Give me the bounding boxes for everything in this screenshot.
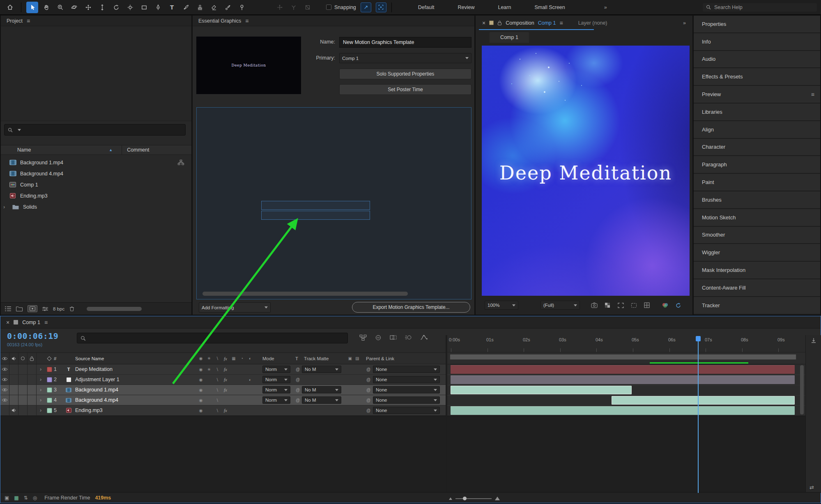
- template-name-field[interactable]: [339, 37, 471, 48]
- video-column-header[interactable]: [0, 353, 9, 364]
- pickwhip-icon[interactable]: @: [366, 398, 371, 403]
- sidebar-item-mask-interpolation[interactable]: Mask Interpolation: [694, 262, 820, 279]
- shy-toggle[interactable]: ◉: [197, 408, 205, 413]
- label-column-header[interactable]: [45, 357, 54, 360]
- eraser-tool[interactable]: [208, 2, 220, 13]
- time-ruler[interactable]: 0:00s 01s 02s 03s 04s 05s 06s 07s 08s 09…: [447, 335, 805, 352]
- track-matte-dropdown[interactable]: No M: [302, 386, 341, 394]
- project-item-row[interactable]: Ending.mp3: [1, 190, 191, 201]
- layer-duration-bar[interactable]: [451, 406, 795, 415]
- zoom-in-icon[interactable]: [495, 497, 500, 500]
- layer-expander[interactable]: ›: [37, 397, 45, 403]
- sidebar-item-motion-sketch[interactable]: Motion Sketch: [694, 209, 820, 227]
- active-composition-name[interactable]: Comp 1: [538, 20, 556, 26]
- grid-and-guides-icon[interactable]: [642, 301, 651, 309]
- adjust-icon[interactable]: [42, 306, 48, 311]
- horizontal-scrollbar[interactable]: [87, 307, 142, 311]
- zoom-slider-thumb[interactable]: [463, 497, 467, 500]
- bit-depth-label[interactable]: 8 bpc: [53, 306, 64, 311]
- project-item-row[interactable]: › Solids: [1, 201, 191, 212]
- workspace-small-screen[interactable]: Small Screen: [534, 5, 565, 10]
- layer-expander[interactable]: ›: [37, 407, 45, 413]
- project-search[interactable]: [4, 124, 186, 136]
- camera-indicator-icon[interactable]: ◎: [33, 495, 37, 501]
- pickwhip-icon[interactable]: @: [295, 377, 300, 382]
- layer-visibility-toggle[interactable]: [0, 375, 9, 384]
- expand-collapse-icon[interactable]: ⇅: [24, 495, 28, 501]
- layer-expander[interactable]: ›: [37, 377, 45, 382]
- new-folder-icon[interactable]: [16, 306, 23, 311]
- layer-name[interactable]: Background 1.mp4: [74, 387, 197, 393]
- project-column-header[interactable]: Name ▲ Comment: [1, 145, 191, 155]
- quality-toggle[interactable]: ∖: [213, 388, 221, 392]
- collapse-icon[interactable]: ✳: [205, 356, 213, 361]
- region-of-interest-icon[interactable]: [616, 301, 625, 309]
- current-time-indicator-handle[interactable]: [696, 336, 701, 341]
- column-comment[interactable]: Comment: [122, 145, 149, 154]
- motion-blur-icon[interactable]: [405, 334, 412, 341]
- timeline-tab-label[interactable]: Comp 1: [22, 320, 40, 325]
- puppet-pin-tool[interactable]: [236, 2, 248, 13]
- workspace-overflow[interactable]: »: [604, 5, 607, 10]
- parent-link-column-header[interactable]: Parent & Link: [366, 356, 440, 361]
- panel-menu-icon[interactable]: ≡: [245, 18, 248, 24]
- list-view-icon[interactable]: [5, 306, 11, 311]
- sidebar-item-align[interactable]: Align: [694, 121, 820, 139]
- pan-camera-tool[interactable]: [82, 2, 94, 13]
- jump-to-time-icon[interactable]: [811, 338, 816, 343]
- shy-layers-icon[interactable]: [375, 334, 382, 341]
- shy-toggle[interactable]: ◉: [197, 377, 205, 382]
- switches-column-header[interactable]: ◉ ✳ ∖ fx ▦ ◔ ◐: [197, 356, 262, 361]
- layer-audio-toggle[interactable]: [9, 364, 18, 374]
- solo-supported-properties-button[interactable]: Solo Supported Properties: [339, 69, 471, 79]
- zoom-tool[interactable]: [54, 2, 66, 13]
- pen-tool[interactable]: [152, 2, 164, 13]
- workspace-learn[interactable]: Learn: [498, 5, 511, 10]
- layer-lock-toggle[interactable]: [28, 395, 37, 405]
- effects-toggle[interactable]: fx: [221, 387, 230, 392]
- sidebar-item-character[interactable]: Character: [694, 139, 820, 156]
- essential-graphics-tab[interactable]: Essential Graphics: [198, 18, 241, 24]
- project-item-name[interactable]: Background 4.mp4: [20, 171, 63, 177]
- motion-blur-icon[interactable]: ◔: [238, 356, 246, 361]
- workspace-review[interactable]: Review: [458, 5, 474, 10]
- layer-color-chip[interactable]: [47, 387, 52, 393]
- project-item-row[interactable]: Background 4.mp4: [1, 168, 191, 179]
- shy-toggle[interactable]: ◉: [197, 398, 205, 403]
- mask-visibility-icon[interactable]: [629, 301, 638, 309]
- hand-tool[interactable]: [40, 2, 52, 13]
- trash-icon[interactable]: [69, 306, 74, 311]
- layer-duration-bar[interactable]: [451, 386, 632, 394]
- layer-lock-toggle[interactable]: [28, 364, 37, 374]
- home-button[interactable]: [4, 2, 16, 13]
- transparency-grid-icon[interactable]: [603, 301, 612, 309]
- timeline-layer-row[interactable]: › 5 Ending.mp3 ◉ ∖ fx @None: [0, 405, 447, 416]
- parent-dropdown[interactable]: None: [373, 366, 440, 373]
- sidebar-item-properties[interactable]: Properties: [694, 16, 820, 33]
- sidebar-item-wiggler[interactable]: Wiggler: [694, 244, 820, 262]
- sidebar-item-tracker[interactable]: Tracker: [694, 297, 820, 315]
- type-tool[interactable]: T: [166, 2, 178, 13]
- shy-icon[interactable]: ◉: [197, 356, 205, 361]
- roto-brush-tool[interactable]: [222, 2, 234, 13]
- close-icon[interactable]: ×: [6, 319, 9, 326]
- sidebar-item-preview[interactable]: Preview≡: [694, 86, 820, 104]
- parent-dropdown[interactable]: None: [373, 396, 440, 404]
- source-name-column-header[interactable]: Source Name: [74, 356, 197, 361]
- pickwhip-icon[interactable]: @: [366, 367, 371, 372]
- shape-tool[interactable]: [138, 2, 150, 13]
- zoom-out-icon[interactable]: [449, 497, 452, 500]
- timeline-search-input[interactable]: [89, 335, 344, 341]
- layer-color-chip[interactable]: [47, 408, 52, 413]
- layer-name[interactable]: Ending.mp3: [74, 407, 197, 413]
- blend-mode-dropdown[interactable]: Norm: [262, 386, 290, 394]
- viewer-tab[interactable]: Comp 1: [490, 32, 529, 43]
- timeline-search[interactable]: [77, 333, 348, 343]
- layer-audio-toggle[interactable]: [9, 385, 18, 395]
- add-formatting-dropdown[interactable]: Add Formatting: [199, 302, 271, 313]
- layer-lock-toggle[interactable]: [28, 375, 37, 384]
- sidebar-item-paint[interactable]: Paint: [694, 174, 820, 191]
- layer-viewer-tab[interactable]: Layer (none): [578, 20, 607, 26]
- collapse-toggle[interactable]: ✳: [205, 367, 213, 372]
- toggle-switches-modes-icon[interactable]: ⇄: [810, 484, 814, 490]
